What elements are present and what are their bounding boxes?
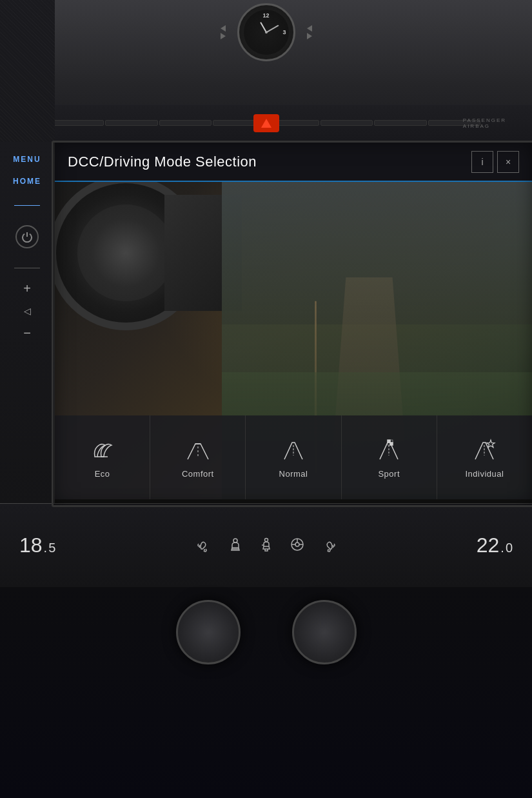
hazard-triangle-icon — [261, 119, 271, 128]
sidebar-back-button[interactable]: ◁ — [24, 306, 31, 316]
screen-header: DCC/Driving Mode Selection i × — [55, 142, 532, 182]
left-sidebar: MENU HOME + ◁ − — [0, 142, 55, 516]
temp-left-display: 18 . 5 — [19, 534, 55, 557]
mode-normal-button[interactable]: Normal — [246, 415, 341, 499]
main-screen: DCC/Driving Mode Selection i × — [55, 142, 532, 503]
svg-point-15 — [295, 543, 299, 546]
temp-left-decimal-val: 5 — [48, 541, 55, 555]
right-knob[interactable] — [292, 600, 357, 664]
normal-label: Normal — [279, 469, 308, 479]
sidebar-power-button[interactable] — [15, 225, 39, 248]
mode-sport-button[interactable]: Sport — [342, 415, 437, 499]
screen-content: Eco Comfort — [55, 182, 532, 499]
header-buttons: i × — [471, 151, 519, 173]
mode-individual-button[interactable]: Individual — [437, 415, 532, 499]
climate-panel: 18 . 5 — [0, 503, 532, 587]
steering-heat-control[interactable] — [289, 536, 306, 555]
car-interior: 12 3 — [0, 0, 532, 798]
passenger-seat-heat[interactable] — [227, 536, 244, 555]
temp-right-dot: . — [500, 541, 504, 555]
temp-left-decimal: . — [44, 541, 48, 555]
close-button[interactable]: × — [497, 151, 519, 173]
seat-heat-left-icon — [196, 536, 213, 553]
comfort-label: Comfort — [182, 469, 214, 479]
clock-minute-hand — [266, 25, 279, 32]
temp-right-display: 22 . 0 — [477, 534, 513, 557]
sidebar-volume-minus[interactable]: − — [23, 326, 31, 341]
passenger-airbag-label: PASSENGERAIRBAG — [463, 117, 506, 129]
sidebar-home-label[interactable]: HOME — [13, 177, 41, 186]
temp-right-value: 22 — [477, 534, 500, 557]
svg-marker-8 — [487, 440, 495, 448]
eco-icon — [86, 437, 119, 463]
svg-point-12 — [264, 538, 268, 541]
top-dashboard: 12 3 — [0, 0, 532, 142]
climate-controls — [196, 536, 337, 555]
sidebar-divider2 — [14, 268, 40, 268]
temp-left-value: 18 — [19, 534, 43, 557]
individual-icon — [468, 437, 500, 463]
hazard-button[interactable] — [253, 114, 279, 132]
seat-heat-left[interactable] — [196, 536, 213, 555]
svg-point-10 — [233, 539, 237, 543]
sidebar-divider — [14, 205, 40, 206]
child-seat-control[interactable] — [258, 536, 275, 555]
bottom-knobs-area — [0, 587, 532, 798]
clock-gauge: 12 3 — [237, 3, 295, 61]
info-button[interactable]: i — [471, 151, 493, 173]
clock-twelve: 12 — [262, 12, 269, 19]
seat-heat-right[interactable] — [320, 536, 337, 555]
screen-title: DCC/Driving Mode Selection — [68, 154, 257, 170]
mode-eco-button[interactable]: Eco — [55, 415, 150, 499]
mode-buttons-row: Eco Comfort — [55, 415, 532, 499]
temp-right-decimal-val: 0 — [506, 541, 513, 555]
seat-heat-right-icon — [320, 536, 337, 553]
svg-rect-6 — [390, 443, 393, 445]
individual-label: Individual — [465, 469, 504, 479]
left-knob[interactable] — [176, 600, 241, 664]
eco-label: Eco — [95, 469, 110, 479]
sport-icon — [373, 437, 405, 463]
sidebar-menu-label[interactable]: MENU — [13, 155, 41, 164]
sport-label: Sport — [378, 469, 400, 479]
normal-icon — [277, 437, 310, 463]
passenger-seat-icon — [227, 536, 244, 553]
steering-heat-icon — [289, 536, 306, 553]
comfort-icon — [182, 437, 214, 463]
clock-three: 3 — [282, 29, 286, 35]
child-seat-icon — [258, 536, 275, 553]
mode-comfort-button[interactable]: Comfort — [150, 415, 246, 499]
sidebar-volume-plus[interactable]: + — [23, 281, 31, 296]
